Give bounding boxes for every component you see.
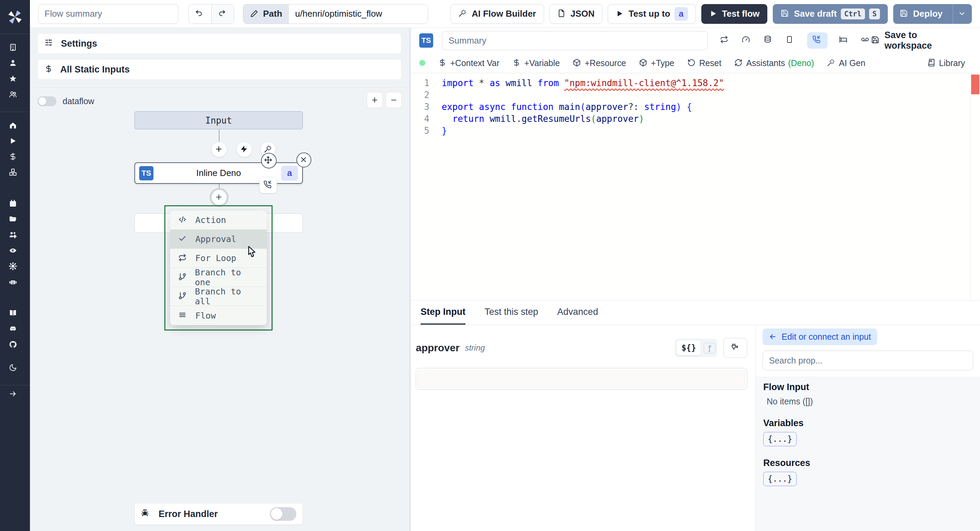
concurrency-button[interactable] (785, 35, 795, 46)
trigger-button[interactable] (237, 142, 252, 157)
suspend-approval-button[interactable] (807, 32, 827, 49)
add-variable-button[interactable]: +Variable (512, 58, 560, 68)
step-node-inline-deno[interactable]: TS Inline Deno a (134, 163, 303, 184)
variables-object-chip[interactable]: {...} (763, 432, 797, 446)
git-branch-icon (178, 292, 188, 301)
pencil-icon (250, 10, 259, 18)
resources-object-chip[interactable]: {...} (763, 472, 797, 486)
prop-value-input[interactable] (416, 368, 747, 390)
sidebar-item-variables[interactable] (0, 151, 30, 166)
ai-flow-builder-button[interactable]: AI Flow Builder (450, 4, 544, 24)
sidebar-item-home[interactable] (0, 120, 30, 135)
sidebar-item-workspace[interactable] (0, 41, 30, 57)
save-to-workspace-button[interactable]: Save to workspace (871, 30, 965, 51)
expr-mode-button[interactable]: ${} (676, 340, 701, 356)
add-type-button[interactable]: +Type (639, 58, 675, 68)
library-button[interactable]: Library (927, 58, 965, 68)
edit-or-connect-button[interactable]: Edit or connect an input (762, 328, 877, 345)
sidebar-item-folders[interactable] (0, 214, 30, 229)
sleep-button[interactable] (839, 35, 850, 46)
save-draft-button[interactable]: Save draft Ctrl S (773, 4, 888, 24)
undo-button[interactable] (189, 5, 211, 24)
zoom-in-button[interactable]: + (367, 92, 382, 108)
sidebar-item-runs[interactable] (0, 135, 30, 151)
menu-item-approval[interactable]: Approval (170, 230, 267, 249)
add-resource-button[interactable]: +Resource (573, 58, 626, 68)
zoom-out-button[interactable]: − (386, 92, 401, 108)
sidebar-item-docs[interactable] (0, 307, 30, 323)
windmill-logo[interactable] (0, 0, 30, 34)
menu-item-action[interactable]: Action (170, 211, 267, 230)
fn-mode-button[interactable]: ƒ (704, 343, 716, 353)
rectangle-icon (785, 35, 795, 46)
play-icon (709, 10, 718, 18)
save-icon (781, 9, 790, 18)
sidebar-item-workers[interactable] (0, 276, 30, 292)
sidebar-item-resources[interactable] (0, 166, 30, 182)
gear-icon (9, 262, 21, 274)
menu-item-branch-to-one[interactable]: Branch to one (170, 268, 267, 287)
delete-step-button[interactable] (296, 153, 311, 167)
code-editor[interactable]: 1import * as wmill from "npm:windmill-cl… (411, 73, 980, 300)
sidebar-item-users[interactable] (0, 88, 30, 104)
sidebar-expand-button[interactable] (0, 388, 30, 404)
error-handler-toggle[interactable] (270, 507, 296, 521)
step-summary-input[interactable] (442, 31, 708, 50)
topbar: Path AI Flow Builder JSON Test up to a T… (30, 0, 980, 28)
deploy-more-button[interactable] (953, 5, 972, 24)
assistants-button[interactable]: Assistants (Deno) (734, 58, 814, 68)
search-prop-input[interactable] (762, 351, 973, 370)
test-flow-button[interactable]: Test flow (701, 4, 768, 24)
sidebar-item-favorites[interactable] (0, 73, 30, 88)
dataflow-toggle[interactable] (37, 96, 56, 106)
sidebar-item-discord[interactable] (0, 323, 30, 339)
move-step-handle[interactable] (261, 153, 277, 169)
mock-button[interactable] (861, 35, 871, 46)
flow-input-node[interactable]: Input (134, 111, 303, 129)
sidebar-item-github[interactable] (0, 339, 30, 354)
add-step-button[interactable] (211, 142, 227, 157)
star-icon (9, 75, 21, 87)
reset-button[interactable]: Reset (687, 58, 721, 68)
path-edit-button[interactable]: Path (243, 5, 289, 24)
insert-step-button[interactable] (210, 188, 229, 207)
redo-button[interactable] (211, 5, 234, 24)
all-static-inputs-button[interactable]: All Static Inputs (37, 59, 401, 80)
refresh-icon (734, 59, 743, 67)
deploy-button[interactable]: Deploy (894, 5, 949, 24)
json-button[interactable]: JSON (550, 4, 603, 24)
menu-item-for-loop[interactable]: For Loop (170, 249, 267, 268)
sidebar-item-groups[interactable] (0, 229, 30, 245)
package-icon (639, 59, 648, 67)
plug-arrow-icon (730, 343, 740, 353)
phone-incoming-icon (812, 35, 822, 46)
path-input[interactable] (289, 5, 428, 24)
tab-step-input[interactable]: Step Input (421, 301, 466, 325)
sidebar-item-user[interactable] (0, 57, 30, 73)
menu-item-flow[interactable]: Flow (170, 306, 267, 325)
sidebar-item-dark-mode[interactable] (0, 362, 30, 378)
sidebar-item-audit-logs[interactable] (0, 245, 30, 260)
error-handler-label: Error Handler (159, 509, 218, 520)
insert-step-menu: Action Approval For Loop Branch to one B… (170, 211, 267, 325)
tab-advanced[interactable]: Advanced (557, 301, 598, 325)
cache-button[interactable] (764, 35, 774, 46)
flow-summary-input[interactable] (38, 4, 178, 24)
code-line: 3export async function main(approver?: s… (411, 101, 980, 113)
early-stop-button[interactable] (742, 35, 752, 46)
add-context-var-button[interactable]: +Context Var (438, 58, 500, 68)
menu-item-label: Flow (195, 311, 216, 321)
sidebar-item-schedules[interactable] (0, 198, 30, 214)
library-label: Library (939, 58, 965, 68)
menu-item-branch-to-all[interactable]: Branch to all (170, 287, 267, 306)
user-icon (9, 59, 21, 71)
test-up-to-button[interactable]: Test up to a (608, 4, 695, 24)
connect-input-button[interactable] (724, 338, 747, 358)
ai-gen-button[interactable]: AI Gen (827, 58, 865, 68)
tab-test-this-step[interactable]: Test this step (485, 301, 538, 325)
flow-settings-button[interactable]: Settings (37, 33, 401, 54)
sidebar-item-settings[interactable] (0, 260, 30, 276)
moon-icon (9, 364, 21, 376)
retry-settings-button[interactable] (720, 35, 730, 46)
panel-resizer[interactable] (409, 28, 411, 531)
